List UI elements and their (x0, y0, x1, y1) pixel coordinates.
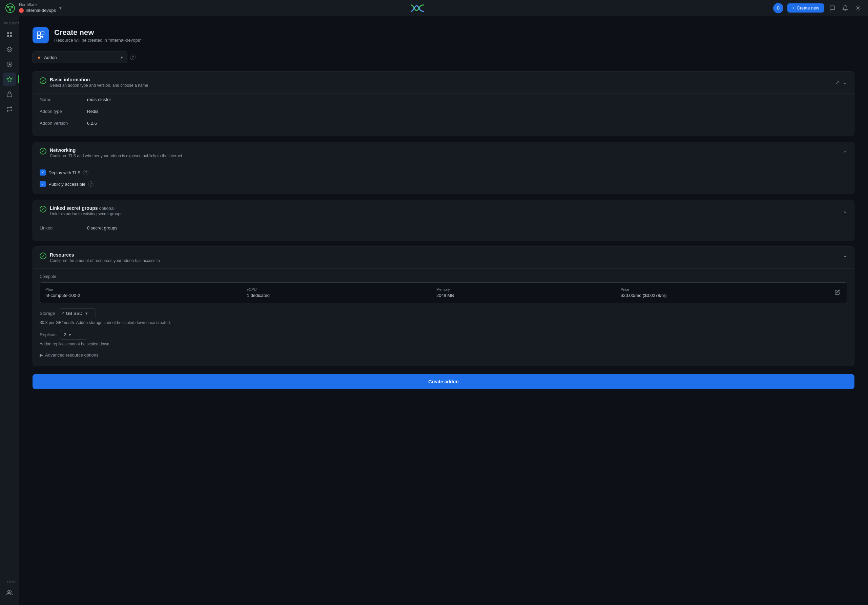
user-avatar[interactable]: C (773, 3, 783, 13)
name-row: Name redis-cluster (40, 93, 847, 105)
storage-label: Storage (40, 311, 55, 316)
addon-type-row: Addon type Redis (40, 105, 847, 117)
project-chevron-icon: ▾ (59, 5, 62, 11)
sidebar-item-layers[interactable] (3, 43, 16, 56)
vcpu-col-value: 1 dedicated (247, 293, 270, 298)
price-col-value: $20.00/mo ($0.0278/hr) (621, 293, 667, 298)
storage-select[interactable]: 4 GB SSD ▾ (59, 309, 96, 318)
plan-col: Plan nf-compute-100-2 (45, 287, 80, 298)
resources-subtitle: Configure the amount of resources your a… (50, 258, 160, 263)
create-addon-button[interactable]: Create addon (33, 374, 854, 389)
resources-body: Compute Plan nf-compute-100-2 vCPU 1 ded… (33, 268, 854, 366)
addon-version-row: Addon version 6.2.6 (40, 117, 847, 129)
messages-icon-button[interactable] (828, 4, 837, 12)
sidebar-item-secrets[interactable] (3, 87, 16, 101)
resource-type-row: ★ Addon ▾ ? (33, 51, 854, 63)
resources-header-right: ⌄ (843, 254, 847, 261)
resources-section: Resources Configure the amount of resour… (33, 247, 854, 366)
org-logo[interactable] (5, 3, 15, 13)
compute-label: Compute (40, 274, 847, 279)
basic-info-header-right: ⤢ ⌄ (835, 79, 847, 86)
replicas-label: Replicas (40, 332, 57, 337)
addon-version-label: Addon version (40, 121, 87, 126)
resources-title-block: Resources Configure the amount of resour… (50, 252, 160, 263)
svg-rect-8 (7, 32, 9, 34)
tls-checkbox[interactable]: ✓ (40, 169, 46, 175)
addon-type-value: Redis (87, 109, 98, 114)
topnav-logo-center (66, 3, 769, 13)
secret-groups-header[interactable]: Linked secret groups optional Link this … (33, 200, 854, 222)
svg-rect-10 (7, 35, 9, 37)
secret-groups-chevron-icon: ⌄ (843, 208, 847, 214)
resources-chevron-icon: ⌄ (843, 254, 847, 261)
basic-info-title-block: Basic information Select an addon type a… (50, 77, 148, 88)
secret-groups-section: Linked secret groups optional Link this … (33, 200, 854, 241)
resources-header[interactable]: Resources Configure the amount of resour… (33, 247, 854, 268)
resource-type-select[interactable]: ★ Addon ▾ (33, 51, 127, 63)
page-title: Create new (54, 28, 142, 37)
resource-type-value: Addon (44, 55, 57, 60)
basic-info-body: Name redis-cluster Addon type Redis Addo… (33, 93, 854, 136)
compute-table: Plan nf-compute-100-2 vCPU 1 dedicated M… (40, 282, 847, 303)
resources-check-icon (40, 253, 46, 259)
svg-rect-9 (10, 32, 11, 34)
optional-label: optional (99, 206, 115, 211)
page-subtitle: Resource will be created in "internal-de… (54, 37, 142, 43)
linked-value: 0 secret groups (87, 225, 118, 231)
org-name: Northflank (19, 2, 56, 8)
plan-col-value: nf-compute-100-2 (45, 293, 80, 298)
basic-info-expand-icon[interactable]: ⤢ (835, 79, 840, 86)
notifications-icon-button[interactable] (841, 4, 850, 12)
secret-groups-subtitle: Link this addon to existing secret group… (50, 211, 122, 216)
tls-help-icon[interactable]: ? (83, 170, 88, 175)
svg-line-5 (8, 7, 10, 10)
vcpu-col: vCPU 1 dedicated (247, 287, 270, 298)
networking-check-icon (40, 148, 46, 155)
basic-info-header-left: Basic information Select an addon type a… (40, 77, 148, 88)
addon-version-value: 6.2.6 (87, 121, 97, 126)
price-col: Price $20.00/mo ($0.0278/hr) (621, 287, 667, 298)
plan-col-label: Plan (45, 287, 80, 292)
sidebar-team-label: TEAM (3, 580, 16, 583)
create-new-button[interactable]: + Create new (787, 3, 824, 12)
storage-row: Storage 4 GB SSD ▾ (40, 309, 847, 318)
basic-info-header[interactable]: Basic information Select an addon type a… (33, 71, 854, 93)
plus-icon: + (792, 5, 795, 11)
project-selector[interactable]: Northflank internal-devops ▾ (19, 2, 62, 13)
sidebar-item-dashboard[interactable] (3, 28, 16, 41)
addon-type-label: Addon type (40, 109, 87, 114)
sidebar-item-addons[interactable] (3, 73, 16, 86)
networking-header[interactable]: Networking Configure TLS and whether you… (33, 142, 854, 164)
replicas-chevron-icon: ▾ (69, 332, 71, 337)
topnav-actions: C + Create new (773, 3, 863, 13)
public-help-icon[interactable]: ? (88, 182, 93, 187)
secret-groups-header-right: ⌄ (843, 208, 847, 214)
public-checkbox-row: ✓ Publicly accessible ? (40, 181, 847, 187)
replicas-value: 2 (64, 332, 66, 337)
compute-edit-button[interactable] (834, 288, 842, 297)
basic-info-check-icon (40, 77, 46, 84)
resource-type-help-icon[interactable]: ? (130, 54, 135, 60)
storage-hint: $0.3 per GB/month. Addon storage cannot … (40, 320, 847, 325)
svg-rect-18 (41, 32, 44, 35)
advanced-chevron-icon: ▶ (40, 352, 43, 358)
settings-icon-button[interactable] (854, 4, 863, 12)
linked-label: Linked (40, 225, 87, 231)
basic-info-chevron-icon: ⌄ (843, 79, 847, 86)
svg-marker-12 (7, 47, 12, 51)
project-color-dot (19, 8, 24, 13)
tls-checkbox-row: ✓ Deploy with TLS ? (40, 169, 847, 175)
sidebar-item-routing[interactable] (3, 102, 16, 116)
tls-label: Deploy with TLS (48, 170, 80, 175)
addon-type-icon: ★ (37, 54, 41, 60)
svg-rect-17 (37, 32, 40, 35)
public-checkbox[interactable]: ✓ (40, 181, 46, 187)
sidebar-item-team[interactable] (3, 586, 16, 600)
networking-header-right: ⌄ (843, 150, 847, 156)
replicas-hint: Addon replicas cannot be scaled down. (40, 342, 847, 346)
sidebar-item-run[interactable] (3, 57, 16, 71)
resource-type-select-left: ★ Addon (37, 54, 57, 60)
main-layout: PROJECT TEAM (0, 16, 868, 605)
advanced-resource-toggle[interactable]: ▶ Advanced resource options (40, 351, 847, 359)
replicas-select[interactable]: 2 ▾ (60, 330, 87, 340)
